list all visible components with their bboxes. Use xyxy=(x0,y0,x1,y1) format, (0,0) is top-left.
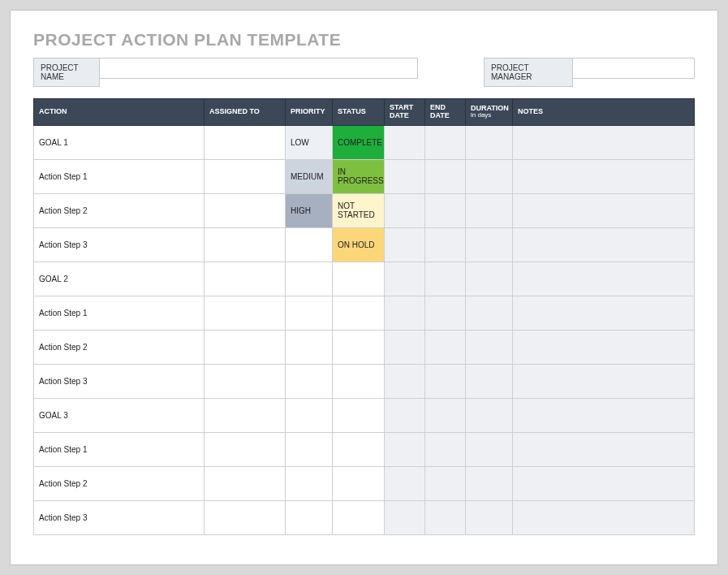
start-date-cell[interactable] xyxy=(385,398,425,432)
duration-cell[interactable] xyxy=(466,159,513,193)
goal-cell[interactable]: GOAL 2 xyxy=(34,262,205,296)
priority-cell[interactable] xyxy=(286,330,333,364)
status-cell[interactable] xyxy=(333,466,385,500)
assigned-to-cell[interactable] xyxy=(205,125,286,159)
priority-cell[interactable] xyxy=(286,500,333,534)
assigned-to-cell[interactable] xyxy=(205,262,286,296)
status-cell[interactable] xyxy=(333,296,385,330)
priority-cell[interactable] xyxy=(286,466,333,500)
status-cell[interactable] xyxy=(333,262,385,296)
priority-cell[interactable]: HIGH xyxy=(286,193,333,227)
end-date-cell[interactable] xyxy=(425,364,466,398)
duration-cell[interactable] xyxy=(466,466,513,500)
end-date-cell[interactable] xyxy=(425,159,466,193)
duration-cell[interactable] xyxy=(466,227,513,262)
status-cell[interactable] xyxy=(333,330,385,364)
end-date-cell[interactable] xyxy=(425,432,466,466)
notes-cell[interactable] xyxy=(513,432,695,466)
project-manager-field[interactable] xyxy=(573,58,695,79)
notes-cell[interactable] xyxy=(513,159,695,193)
assigned-to-cell[interactable] xyxy=(205,330,286,364)
action-step-cell[interactable]: Action Step 2 xyxy=(34,466,205,500)
action-step-cell[interactable]: Action Step 1 xyxy=(34,159,205,193)
notes-cell[interactable] xyxy=(513,500,695,534)
status-cell[interactable] xyxy=(333,398,385,432)
assigned-to-cell[interactable] xyxy=(205,193,286,227)
status-cell[interactable]: COMPLETE xyxy=(333,125,385,159)
priority-cell[interactable] xyxy=(286,227,333,262)
start-date-cell[interactable] xyxy=(385,296,425,330)
end-date-cell[interactable] xyxy=(425,466,466,500)
action-step-cell[interactable]: Action Step 3 xyxy=(34,500,205,534)
action-step-cell[interactable]: Action Step 2 xyxy=(34,330,205,364)
duration-cell[interactable] xyxy=(466,125,513,159)
priority-cell[interactable]: LOW xyxy=(286,125,333,159)
duration-cell[interactable] xyxy=(466,500,513,534)
status-cell[interactable] xyxy=(333,432,385,466)
end-date-cell[interactable] xyxy=(425,330,466,364)
start-date-cell[interactable] xyxy=(385,500,425,534)
duration-cell[interactable] xyxy=(466,296,513,330)
duration-cell[interactable] xyxy=(466,398,513,432)
table-row: Action Step 2HIGHNOT STARTED xyxy=(34,193,695,227)
duration-cell[interactable] xyxy=(466,364,513,398)
start-date-cell[interactable] xyxy=(385,125,425,159)
status-cell[interactable] xyxy=(333,500,385,534)
project-name-field[interactable] xyxy=(100,58,418,79)
notes-cell[interactable] xyxy=(513,364,695,398)
goal-cell[interactable]: GOAL 1 xyxy=(34,125,205,159)
action-step-cell[interactable]: Action Step 3 xyxy=(34,364,205,398)
action-step-cell[interactable]: Action Step 1 xyxy=(34,296,205,330)
priority-cell[interactable]: MEDIUM xyxy=(286,159,333,193)
assigned-to-cell[interactable] xyxy=(205,159,286,193)
assigned-to-cell[interactable] xyxy=(205,227,286,262)
status-cell[interactable] xyxy=(333,364,385,398)
action-step-cell[interactable]: Action Step 2 xyxy=(34,193,205,227)
assigned-to-cell[interactable] xyxy=(205,432,286,466)
notes-cell[interactable] xyxy=(513,466,695,500)
end-date-cell[interactable] xyxy=(425,262,466,296)
priority-cell[interactable] xyxy=(286,398,333,432)
duration-cell[interactable] xyxy=(466,330,513,364)
assigned-to-cell[interactable] xyxy=(205,466,286,500)
action-step-cell[interactable]: Action Step 1 xyxy=(34,432,205,466)
end-date-cell[interactable] xyxy=(425,500,466,534)
start-date-cell[interactable] xyxy=(385,432,425,466)
notes-cell[interactable] xyxy=(513,227,695,262)
end-date-cell[interactable] xyxy=(425,296,466,330)
start-date-cell[interactable] xyxy=(385,193,425,227)
priority-cell[interactable] xyxy=(286,262,333,296)
assigned-to-cell[interactable] xyxy=(205,364,286,398)
assigned-to-cell[interactable] xyxy=(205,296,286,330)
priority-cell[interactable] xyxy=(286,364,333,398)
duration-cell[interactable] xyxy=(466,432,513,466)
notes-cell[interactable] xyxy=(513,125,695,159)
notes-cell[interactable] xyxy=(513,330,695,364)
priority-cell[interactable] xyxy=(286,432,333,466)
assigned-to-cell[interactable] xyxy=(205,398,286,432)
end-date-cell[interactable] xyxy=(425,125,466,159)
action-step-cell[interactable]: Action Step 3 xyxy=(34,227,205,262)
end-date-cell[interactable] xyxy=(425,193,466,227)
start-date-cell[interactable] xyxy=(385,364,425,398)
start-date-cell[interactable] xyxy=(385,262,425,296)
notes-cell[interactable] xyxy=(513,398,695,432)
notes-cell[interactable] xyxy=(513,296,695,330)
status-cell[interactable]: IN PROGRESS xyxy=(333,159,385,193)
priority-cell[interactable] xyxy=(286,296,333,330)
end-date-cell[interactable] xyxy=(425,227,466,262)
status-cell[interactable]: ON HOLD xyxy=(333,227,385,262)
end-date-cell[interactable] xyxy=(425,398,466,432)
duration-cell[interactable] xyxy=(466,262,513,296)
duration-cell[interactable] xyxy=(466,193,513,227)
start-date-cell[interactable] xyxy=(385,227,425,262)
project-manager-label: PROJECT MANAGER xyxy=(484,58,573,87)
start-date-cell[interactable] xyxy=(385,330,425,364)
assigned-to-cell[interactable] xyxy=(205,500,286,534)
status-cell[interactable]: NOT STARTED xyxy=(333,193,385,227)
notes-cell[interactable] xyxy=(513,262,695,296)
start-date-cell[interactable] xyxy=(385,466,425,500)
start-date-cell[interactable] xyxy=(385,159,425,193)
goal-cell[interactable]: GOAL 3 xyxy=(34,398,205,432)
notes-cell[interactable] xyxy=(513,193,695,227)
